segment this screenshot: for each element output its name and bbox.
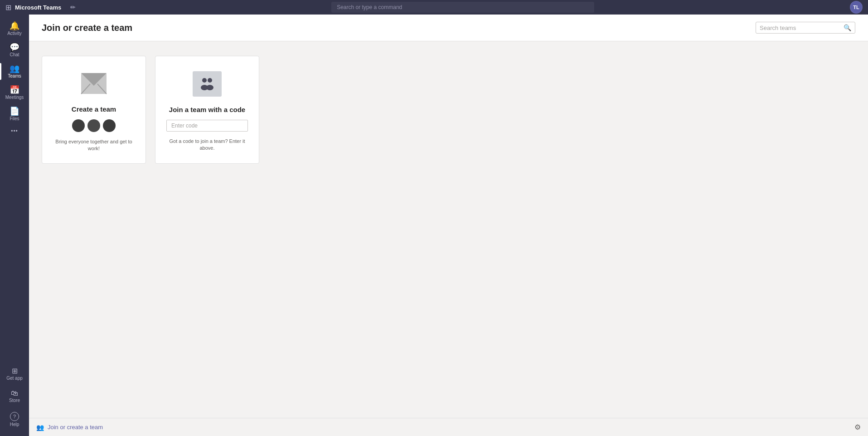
grid-icon[interactable]: ⊞ [5,3,11,12]
search-teams-container: 🔍 [756,22,855,34]
sidebar-item-teams-label: Teams [8,74,21,78]
join-team-card[interactable]: Join a team with a code Got a code to jo… [155,56,259,164]
sidebar-item-files[interactable]: 📄 Files [0,103,29,125]
svg-point-5 [208,78,212,83]
more-icon: ••• [11,128,18,134]
join-create-team-link[interactable]: Join or create a team [48,424,103,431]
sidebar-footer: ⊞ Get app 🛍 Store ? Help [0,364,29,436]
page-header: Join or create a team 🔍 [29,15,868,41]
activity-icon: 🔔 [10,22,19,30]
create-team-title: Create a team [72,105,116,113]
teams-footer: 👥 Join or create a team ⚙ [29,418,868,436]
titlebar: ⊞ Microsoft Teams ✏ TL [0,0,868,15]
sidebar-item-activity[interactable]: 🔔 Activity [0,18,29,39]
avatar[interactable]: TL [850,1,863,14]
svg-point-4 [202,78,207,83]
join-team-icon-wrapper [191,68,223,100]
sidebar-item-getapp[interactable]: ⊞ Get app [0,364,29,384]
teams-icon: 👥 [10,64,19,73]
search-bar [76,2,850,13]
sidebar-item-getapp-label: Get app [6,376,23,381]
person-circle-1 [72,119,85,132]
settings-gear-icon[interactable]: ⚙ [854,423,861,431]
create-team-card[interactable]: Create a team Bring everyone together an… [42,56,146,164]
app-name: Microsoft Teams [15,4,61,11]
search-input[interactable] [331,2,594,13]
create-team-icon-wrapper [78,67,110,100]
app-logo: ⊞ Microsoft Teams ✏ [5,3,76,12]
enter-code-input[interactable] [166,120,248,132]
join-team-title: Join a team with a code [169,106,245,113]
compose-icon[interactable]: ✏ [70,4,76,11]
sidebar-item-meetings[interactable]: 📅 Meetings [0,82,29,103]
sidebar-item-teams[interactable]: 👥 Teams [0,61,29,82]
app-body: 🔔 Activity 💬 Chat 👥 Teams 📅 Meetings 📄 F… [0,15,868,436]
person-circle-2 [87,119,100,132]
people-row [72,119,116,132]
sidebar-item-chat[interactable]: 💬 Chat [0,39,29,61]
sidebar-item-more[interactable]: ••• [0,125,29,137]
sidebar-item-help-label: Help [10,422,19,427]
content-area: Join or create a team 🔍 Cr [29,15,868,436]
store-icon: 🛍 [11,390,18,397]
join-team-people-icon [199,76,215,92]
page-title: Join or create a team [42,23,132,33]
sidebar-item-help[interactable]: ? Help [0,408,29,431]
person-circle-3 [103,119,116,132]
teams-footer-icon: 👥 [36,424,44,431]
cards-area: Create a team Bring everyone together an… [29,41,868,178]
create-team-description: Bring everyone together and get to work! [51,138,136,152]
sidebar: 🔔 Activity 💬 Chat 👥 Teams 📅 Meetings 📄 F… [0,15,29,436]
sidebar-item-store[interactable]: 🛍 Store [0,386,29,407]
join-team-description: Got a code to join a team? Enter it abov… [165,138,250,152]
sidebar-item-files-label: Files [10,117,19,121]
create-team-icon [79,71,108,96]
getapp-icon: ⊞ [12,367,18,375]
files-icon: 📄 [10,107,19,115]
svg-point-7 [206,85,213,90]
chat-icon: 💬 [10,43,19,51]
help-icon: ? [10,412,19,421]
join-team-icon [193,71,222,97]
sidebar-item-meetings-label: Meetings [5,95,24,100]
search-teams-button[interactable]: 🔍 [844,24,851,31]
sidebar-item-store-label: Store [9,398,20,403]
meetings-icon: 📅 [10,86,19,94]
sidebar-item-chat-label: Chat [10,53,19,57]
sidebar-item-activity-label: Activity [7,31,22,36]
search-teams-input[interactable] [760,24,841,31]
